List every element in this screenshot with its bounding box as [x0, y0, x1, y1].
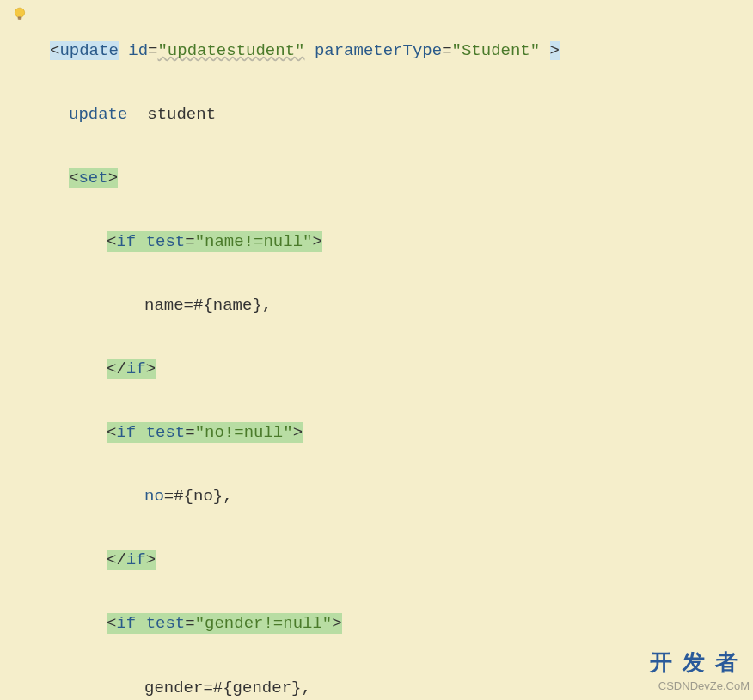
code-line: <update id="updatestudent" parameterType…: [50, 35, 753, 67]
code-line: <if test="no!=null">: [50, 417, 753, 449]
code-line: update student: [50, 99, 753, 131]
code-line: <set>: [50, 163, 753, 194]
code-editor[interactable]: <update id="updatestudent" parameterType…: [50, 3, 753, 700]
code-line: </if>: [50, 353, 753, 385]
svg-point-0: [15, 8, 24, 17]
code-line: gender=#{gender},: [50, 672, 753, 700]
code-line: no=#{no},: [50, 481, 753, 513]
editor-gutter: [0, 0, 36, 700]
code-line: name=#{name},: [50, 290, 753, 322]
text-cursor: [560, 41, 560, 60]
watermark-sub: CSDNDevZe.CoM: [658, 675, 750, 697]
code-line: <if test="name!=null">: [50, 226, 753, 258]
code-line: <if test="gender!=null">: [50, 608, 753, 640]
intention-bulb-icon[interactable]: [12, 7, 28, 22]
code-line: </if>: [50, 544, 753, 576]
